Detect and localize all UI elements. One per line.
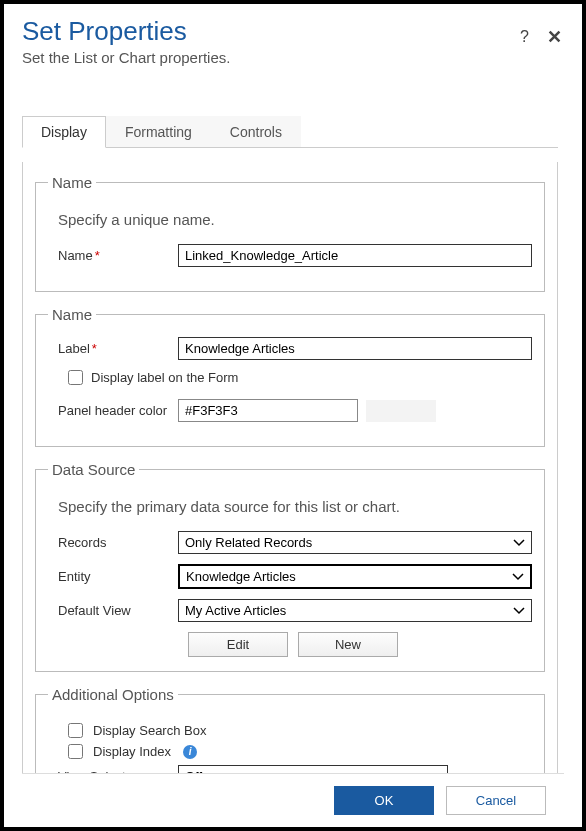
- display-index-checkbox[interactable]: [68, 744, 83, 759]
- panel-header-color-swatch: [366, 400, 436, 422]
- scroll-area[interactable]: Display Formatting Controls Name Specify…: [22, 116, 564, 773]
- view-selector-select[interactable]: Off: [178, 765, 448, 773]
- name-input[interactable]: [178, 244, 532, 267]
- legend-name2: Name: [48, 306, 96, 323]
- entity-select[interactable]: Knowledge Articles: [178, 564, 532, 589]
- defaultview-label: Default View: [48, 603, 178, 618]
- close-icon[interactable]: ✕: [547, 26, 562, 48]
- display-search-box-checkbox[interactable]: [68, 723, 83, 738]
- legend-name1: Name: [48, 174, 96, 191]
- tab-display[interactable]: Display: [22, 116, 106, 148]
- label-input[interactable]: [178, 337, 532, 360]
- info-icon[interactable]: i: [183, 745, 197, 759]
- dialog-title: Set Properties: [22, 16, 230, 47]
- cancel-button[interactable]: Cancel: [446, 786, 546, 815]
- fieldset-name-unique: Name Specify a unique name. Name*: [35, 174, 545, 292]
- datasource-desc: Specify the primary data source for this…: [58, 498, 532, 515]
- tab-bar: Display Formatting Controls: [22, 116, 558, 148]
- fieldset-additional-options: Additional Options Display Search Box Di…: [35, 686, 545, 773]
- fieldset-name-label: Name Label* Display label on the Form Pa…: [35, 306, 545, 447]
- fieldset-data-source: Data Source Specify the primary data sou…: [35, 461, 545, 672]
- tab-formatting[interactable]: Formatting: [106, 116, 211, 147]
- panel-header-color-label: Panel header color: [48, 403, 178, 418]
- defaultview-select[interactable]: My Active Articles: [178, 599, 532, 622]
- display-index-label: Display Index: [93, 744, 171, 759]
- edit-button[interactable]: Edit: [188, 632, 288, 657]
- new-button[interactable]: New: [298, 632, 398, 657]
- display-label-text: Display label on the Form: [91, 370, 238, 385]
- label-label: Label*: [48, 341, 178, 356]
- tab-content: Name Specify a unique name. Name* Name L…: [22, 162, 558, 773]
- name1-label: Name*: [48, 248, 178, 263]
- display-search-box-label: Display Search Box: [93, 723, 206, 738]
- dialog-subtitle: Set the List or Chart properties.: [22, 49, 230, 66]
- records-label: Records: [48, 535, 178, 550]
- help-icon[interactable]: ?: [520, 28, 529, 46]
- name1-desc: Specify a unique name.: [58, 211, 532, 228]
- dialog-footer: OK Cancel: [22, 773, 564, 827]
- legend-datasource: Data Source: [48, 461, 139, 478]
- entity-label: Entity: [48, 569, 178, 584]
- tab-controls[interactable]: Controls: [211, 116, 301, 147]
- display-label-checkbox[interactable]: [68, 370, 83, 385]
- ok-button[interactable]: OK: [334, 786, 434, 815]
- legend-additional: Additional Options: [48, 686, 178, 703]
- records-select[interactable]: Only Related Records: [178, 531, 532, 554]
- panel-header-color-input[interactable]: [178, 399, 358, 422]
